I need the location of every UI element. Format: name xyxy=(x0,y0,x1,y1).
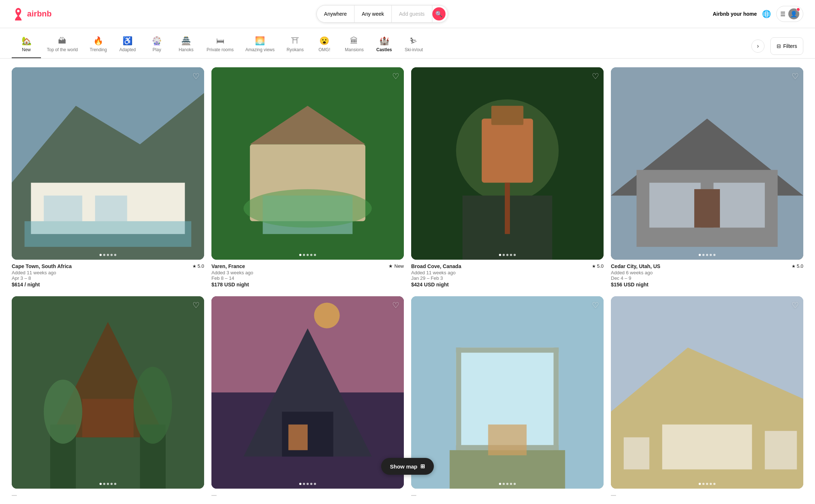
rating-value: 5.0 xyxy=(797,263,803,269)
listing-image: ♡ xyxy=(12,296,204,489)
dot xyxy=(510,254,512,256)
avatar: 👤 xyxy=(788,8,799,19)
svg-rect-21 xyxy=(714,183,765,228)
wishlist-button[interactable]: ♡ xyxy=(792,301,799,310)
category-label-amazing-views: Amazing views xyxy=(245,47,275,52)
listing-card[interactable]: ♡ — xyxy=(611,296,803,498)
category-item-ryokans[interactable]: ⛩ Ryokans xyxy=(281,34,310,58)
listing-photo xyxy=(411,67,604,260)
category-item-omg[interactable]: 😮 OMG! xyxy=(310,34,339,58)
user-menu[interactable]: ☰ 👤 xyxy=(776,6,803,22)
listing-location: — xyxy=(411,492,416,498)
anywhere-button[interactable]: Anywhere xyxy=(317,5,354,22)
category-item-mansions[interactable]: 🏛 Mansions xyxy=(339,34,369,58)
dot xyxy=(107,254,109,256)
svg-rect-13 xyxy=(482,119,533,183)
svg-rect-3 xyxy=(44,196,82,221)
listing-top-row: — xyxy=(611,492,803,498)
dot xyxy=(499,483,501,485)
show-map-label: Show map xyxy=(390,463,417,470)
wishlist-button[interactable]: ♡ xyxy=(192,72,200,81)
show-map-button[interactable]: Show map ⊞ xyxy=(381,458,434,475)
ski-icon: ⛷ xyxy=(410,37,418,45)
private-rooms-icon: 🛏 xyxy=(216,37,224,45)
wishlist-button[interactable]: ♡ xyxy=(592,301,599,310)
wishlist-button[interactable]: ♡ xyxy=(592,72,599,81)
search-icon: 🔍 xyxy=(435,11,443,18)
listing-image: ♡ xyxy=(211,296,404,489)
filters-button[interactable]: ⊟ Filters xyxy=(770,37,803,55)
wishlist-button[interactable]: ♡ xyxy=(792,72,799,81)
nav-arrow-button[interactable]: › xyxy=(751,40,765,53)
dot xyxy=(503,254,505,256)
dot xyxy=(506,254,508,256)
category-item-private-rooms[interactable]: 🛏 Private rooms xyxy=(201,34,240,58)
amazing-views-icon: 🌅 xyxy=(255,37,265,45)
listing-card[interactable]: ♡ — xyxy=(411,296,604,498)
search-bar: Anywhere Any week Add guests 🔍 xyxy=(316,5,448,23)
wishlist-button[interactable]: ♡ xyxy=(192,301,200,310)
listing-image: ♡ xyxy=(611,67,803,260)
listing-rating: ★ 5.0 xyxy=(192,263,204,269)
listing-top-row: Cedar City, Utah, US ★ 5.0 xyxy=(611,263,803,269)
svg-rect-25 xyxy=(82,399,134,437)
dot xyxy=(514,483,516,485)
new-icon: 🏡 xyxy=(22,37,31,45)
listing-location: Broad Cove, Canada xyxy=(411,263,461,269)
image-dots xyxy=(299,483,316,485)
adapted-icon: ♿ xyxy=(123,37,132,45)
mansions-icon: 🏛 xyxy=(350,37,358,45)
category-item-hanoks[interactable]: 🏯 Hanoks xyxy=(172,34,201,58)
svg-rect-47 xyxy=(624,437,649,470)
image-dots xyxy=(99,483,116,485)
category-item-amazing-views[interactable]: 🌅 Amazing views xyxy=(240,34,281,58)
category-label-private-rooms: Private rooms xyxy=(207,47,234,52)
wishlist-button[interactable]: ♡ xyxy=(392,301,399,310)
category-item-trending[interactable]: 🔥 Trending xyxy=(84,34,113,58)
category-item-castles[interactable]: 🏰 Castles xyxy=(369,34,399,58)
category-label-hanoks: Hanoks xyxy=(179,47,194,52)
category-item-adapted[interactable]: ♿ Adapted xyxy=(113,34,142,58)
svg-rect-22 xyxy=(694,189,720,227)
category-item-play[interactable]: 🎡 Play xyxy=(142,34,172,58)
category-item-ski[interactable]: ⛷ Ski-in/out xyxy=(399,34,429,58)
listing-card[interactable]: ♡ Broad Cove, Canada ★ 5.0 Adde xyxy=(411,67,604,287)
svg-rect-5 xyxy=(25,221,191,247)
dot xyxy=(506,483,508,485)
listing-card[interactable]: ♡ — xyxy=(12,296,204,498)
language-button[interactable]: 🌐 xyxy=(762,10,771,18)
star-icon: ★ xyxy=(792,264,796,269)
category-nav: 🏡 New 🏔 Top of the world 🔥 Trending ♿ Ad… xyxy=(0,28,815,59)
dot xyxy=(299,254,301,256)
listing-photo xyxy=(12,67,204,260)
dot xyxy=(499,254,501,256)
top-of-world-icon: 🏔 xyxy=(58,37,66,45)
listing-card[interactable]: ♡ Cedar City, Utah, US ★ 5.0 Ad xyxy=(611,67,803,287)
wishlist-button[interactable]: ♡ xyxy=(392,72,399,81)
svg-rect-43 xyxy=(488,425,526,455)
svg-rect-20 xyxy=(649,183,701,228)
logo[interactable]: airbnb xyxy=(12,7,52,20)
listing-info: Cape Town, South Africa ★ 5.0 Added 11 w… xyxy=(12,263,204,287)
listing-card[interactable]: ♡ Cape Town, South Africa ★ 5.0 xyxy=(12,67,204,287)
category-label-new: New xyxy=(22,47,31,52)
dot xyxy=(103,254,105,256)
listing-image: ♡ xyxy=(411,296,604,489)
listing-card[interactable]: ♡ — xyxy=(211,296,404,498)
listing-info: Cedar City, Utah, US ★ 5.0 Added 6 weeks… xyxy=(611,263,803,287)
svg-point-29 xyxy=(134,367,172,444)
add-guests-button[interactable]: Add guests xyxy=(392,5,432,22)
category-item-top-of-world[interactable]: 🏔 Top of the world xyxy=(41,34,84,58)
svg-rect-38 xyxy=(456,347,461,450)
dot xyxy=(710,254,712,256)
category-item-new[interactable]: 🏡 New xyxy=(12,34,41,58)
svg-rect-46 xyxy=(662,425,752,470)
search-submit-button[interactable]: 🔍 xyxy=(432,7,446,20)
dot xyxy=(510,483,512,485)
any-week-button[interactable]: Any week xyxy=(354,5,392,22)
main-content: ♡ Cape Town, South Africa ★ 5.0 xyxy=(0,59,815,504)
airbnb-home-button[interactable]: Airbnb your home xyxy=(713,11,757,17)
listing-card[interactable]: ♡ Varen, France ★ New Added 3 weeks ago … xyxy=(211,67,404,287)
image-dots xyxy=(699,483,716,485)
svg-point-28 xyxy=(44,380,82,444)
